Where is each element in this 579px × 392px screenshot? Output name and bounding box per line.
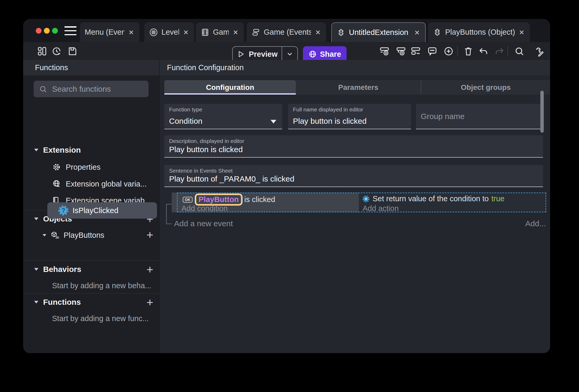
button-object-icon: OK: [183, 197, 192, 203]
add-other-icon[interactable]: [443, 46, 454, 56]
vertical-scrollbar[interactable]: [540, 91, 544, 133]
item-label: Properties: [66, 163, 100, 172]
tab-label: Level: [161, 28, 179, 37]
undo-icon[interactable]: [478, 46, 489, 56]
close-icon[interactable]: [518, 29, 525, 36]
save-icon[interactable]: [67, 46, 78, 56]
sentence-field[interactable]: Sentence in Events Sheet Play button of …: [164, 165, 543, 187]
tab-configuration[interactable]: Configuration: [164, 80, 296, 95]
condition-line[interactable]: OK PlayButton is clicked: [183, 194, 275, 205]
preview-label: Preview: [249, 50, 278, 59]
minimize-window-button[interactable]: [44, 28, 50, 34]
close-window-button[interactable]: [36, 28, 42, 34]
share-button[interactable]: Share: [303, 46, 347, 62]
chevron-down-icon: [34, 218, 38, 220]
redo-icon[interactable]: [494, 46, 505, 56]
tab-game[interactable]: Game: [196, 22, 244, 42]
app-window: Menu (Events) Level Game: [23, 19, 550, 353]
sidebar-item-isplayclicked[interactable]: ? IsPlayClicked: [47, 202, 157, 219]
sidebar-item-playbuttons[interactable]: 2D PlayButtons: [43, 231, 104, 240]
tab-label: Game: [213, 28, 229, 37]
search-icon[interactable]: [514, 46, 525, 56]
tab-label: Configuration: [206, 83, 254, 92]
behaviors-hint: Start by adding a new beha...: [52, 281, 151, 290]
close-icon[interactable]: [182, 29, 189, 36]
add-event-icon[interactable]: [379, 46, 390, 56]
add-behavior-button[interactable]: +: [146, 265, 153, 274]
description-field[interactable]: Description, displayed in editor Play bu…: [164, 135, 543, 158]
condition-object-name[interactable]: PlayButton: [196, 194, 242, 205]
condition-function-icon: ?: [58, 205, 69, 216]
close-icon[interactable]: [232, 29, 239, 36]
section-label: Extension: [43, 146, 81, 154]
action-text: Set return value of the condition to: [373, 194, 489, 203]
dropdown-caret-icon: [271, 120, 276, 123]
group-name-input[interactable]: [421, 104, 538, 129]
gear-icon: [52, 163, 61, 172]
field-label: Function type: [169, 106, 202, 113]
scene-icon: [149, 28, 158, 37]
delete-icon[interactable]: [463, 46, 474, 56]
section-extension[interactable]: Extension: [34, 146, 170, 154]
function-type-select[interactable]: Function type Condition: [164, 104, 282, 129]
add-action-button[interactable]: Add action: [363, 204, 399, 213]
edit-extension-icon[interactable]: [534, 46, 544, 56]
version-history-icon[interactable]: [51, 46, 62, 56]
add-comment-icon[interactable]: [427, 46, 438, 56]
field-value: Play button is clicked: [169, 145, 243, 154]
tab-playbuttons-object[interactable]: PlayButtons (Object): [428, 22, 530, 42]
search-functions-box[interactable]: [34, 81, 149, 97]
action-value[interactable]: true: [491, 194, 505, 203]
add-function-to-object-button[interactable]: +: [146, 230, 153, 240]
section-label: Functions: [43, 298, 81, 307]
tab-untitled-extension[interactable]: UntitledExtension: [331, 22, 426, 42]
condition-text: is clicked: [244, 195, 275, 204]
field-value: Condition: [169, 117, 202, 126]
sidebar-item-extension-global-variables[interactable]: Extension global varia...: [52, 179, 147, 188]
chevron-down-icon: [286, 51, 293, 58]
add-subevent-icon[interactable]: [396, 46, 406, 56]
zoom-window-button[interactable]: [52, 28, 58, 34]
film-icon: [201, 28, 210, 37]
functions-sidebar: Functions Extension Properties: [23, 60, 159, 353]
action-line[interactable]: Set return value of the condition to tru…: [362, 194, 505, 203]
globe-variables-icon: [52, 179, 61, 188]
field-value: Play button of _PARAM0_ is clicked: [169, 174, 294, 183]
tab-bar: Menu (Events) Level Game: [23, 19, 550, 42]
chevron-down-icon: [34, 268, 38, 271]
add-condition-action-icon[interactable]: [410, 46, 421, 56]
close-icon[interactable]: [128, 29, 135, 36]
group-name-field[interactable]: [416, 104, 542, 129]
field-label: Full name displayed in editor: [293, 106, 363, 113]
full-name-field[interactable]: Full name displayed in editor Play butto…: [288, 104, 411, 129]
item-label: PlayButtons: [64, 231, 104, 240]
add-free-function-button[interactable]: +: [146, 298, 153, 307]
chevron-down-icon: [34, 149, 38, 151]
add-condition-button[interactable]: Add condition: [181, 204, 228, 213]
preview-options-button[interactable]: [282, 47, 297, 61]
tab-object-groups[interactable]: Object groups: [421, 80, 550, 95]
tab-level[interactable]: Level: [144, 22, 194, 42]
tab-menu-events[interactable]: Menu (Events): [80, 22, 139, 42]
open-project-manager-icon[interactable]: [37, 46, 47, 56]
puzzle-icon: [337, 28, 346, 37]
function-configuration-panel: Function Configuration Configuration Par…: [160, 60, 550, 353]
add-more-button[interactable]: Add...: [525, 219, 546, 228]
toolbar-divider: [457, 46, 458, 57]
tab-label: Object groups: [461, 83, 511, 92]
search-functions-input[interactable]: [52, 85, 143, 94]
event-row[interactable]: OK PlayButton is clicked Add condition S…: [172, 193, 546, 212]
tab-parameters[interactable]: Parameters: [296, 80, 421, 95]
search-icon: [39, 85, 47, 93]
close-icon[interactable]: [414, 29, 420, 36]
close-icon[interactable]: [314, 29, 321, 36]
tab-label: Game (Events): [264, 28, 311, 37]
sidebar-item-properties[interactable]: Properties: [52, 163, 100, 172]
sidebar-divider: [23, 260, 159, 261]
add-new-event-button[interactable]: Add a new event: [174, 219, 233, 228]
tab-label: UntitledExtension: [349, 28, 408, 37]
main-menu-icon[interactable]: [64, 26, 77, 35]
return-value-gear-icon: [362, 195, 370, 203]
tab-game-events[interactable]: Game (Events): [247, 22, 326, 42]
preview-button[interactable]: Preview: [232, 46, 298, 62]
